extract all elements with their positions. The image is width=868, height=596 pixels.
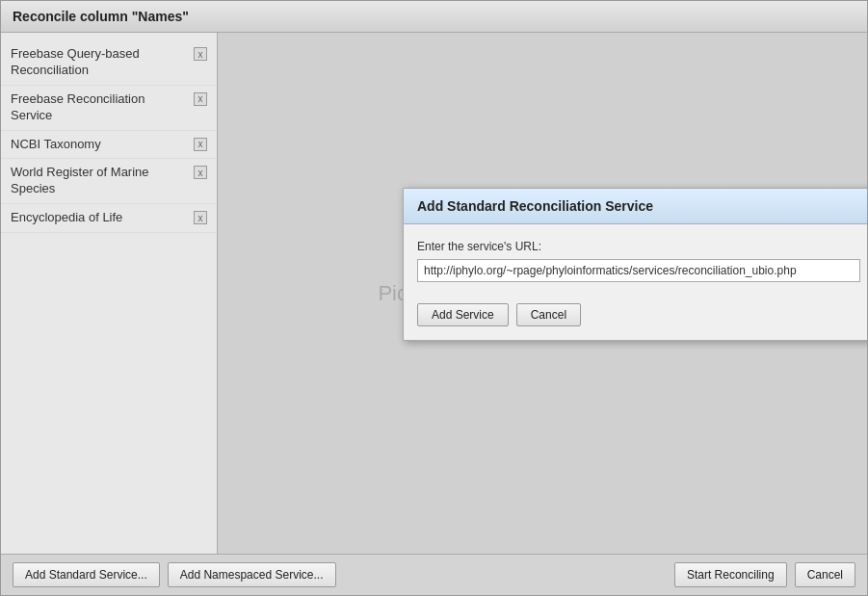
service-item-ncbi[interactable]: NCBI Taxonomyx [1,131,217,160]
url-label: Enter the service's URL: [417,240,860,253]
service-item-eol[interactable]: Encyclopedia of Lifex [1,204,217,233]
modal-body: Enter the service's URL: [404,224,867,296]
modal-footer: Add Service Cancel [404,296,867,340]
modal-header: Add Standard Reconciliation Service [404,189,867,224]
modal-overlay: Add Standard Reconciliation Service Ente… [218,33,867,554]
service-item-worms[interactable]: World Register of Marine Speciesx [1,159,217,204]
title-bar: Reconcile column "Names" [1,1,867,33]
dialog-title: Reconcile column "Names" [13,9,189,24]
service-item-close-worms[interactable]: x [194,166,207,179]
add-service-modal: Add Standard Reconciliation Service Ente… [403,188,867,341]
url-input[interactable] [417,259,860,282]
bottom-right-buttons: Start Reconciling Cancel [674,562,855,587]
service-item-label-worms: World Register of Marine Species [11,165,190,197]
service-item-freebase-query[interactable]: Freebase Query-based Reconciliationx [1,40,217,86]
add-namespaced-service-button[interactable]: Add Namespaced Service... [168,562,336,587]
modal-cancel-button[interactable]: Cancel [516,303,581,326]
main-area: Freebase Query-based ReconciliationxFree… [1,33,867,554]
service-item-close-ncbi[interactable]: x [194,138,207,151]
add-standard-service-button[interactable]: Add Standard Service... [13,562,160,587]
service-item-label-eol: Encyclopedia of Life [11,210,190,226]
main-dialog: Reconcile column "Names" Freebase Query-… [0,0,868,596]
service-item-label-freebase-query: Freebase Query-based Reconciliation [11,46,190,79]
modal-title: Add Standard Reconciliation Service [417,198,653,214]
service-item-label-freebase-recon: Freebase Reconciliation Service [11,91,190,124]
right-panel: Pick a Service or Extension on Left Add … [218,33,867,554]
service-item-close-eol[interactable]: x [194,211,207,224]
service-item-close-freebase-query[interactable]: x [194,47,207,61]
start-reconciling-button[interactable]: Start Reconciling [674,562,787,587]
service-item-freebase-recon[interactable]: Freebase Reconciliation Servicex [1,86,217,131]
cancel-button[interactable]: Cancel [795,562,855,587]
service-item-close-freebase-recon[interactable]: x [194,92,207,106]
add-service-button[interactable]: Add Service [417,303,509,326]
service-item-label-ncbi: NCBI Taxonomy [11,137,190,153]
left-panel: Freebase Query-based ReconciliationxFree… [1,33,218,554]
bottom-bar: Add Standard Service... Add Namespaced S… [1,554,867,595]
bottom-left-buttons: Add Standard Service... Add Namespaced S… [13,562,336,587]
